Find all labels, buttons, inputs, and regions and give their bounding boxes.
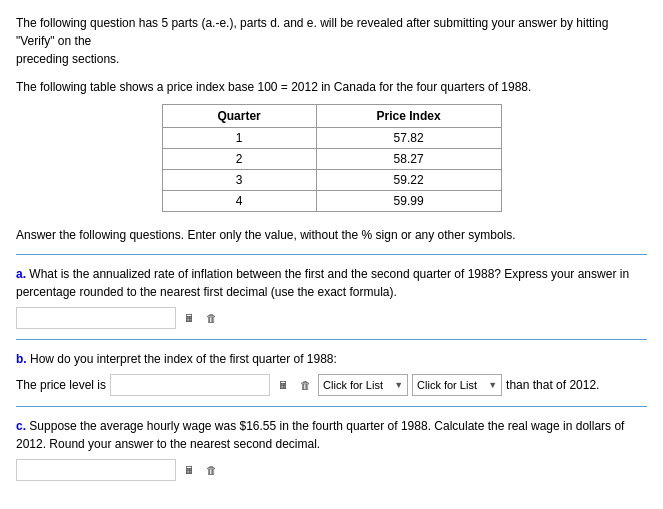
table-cell: 59.22 <box>316 170 501 191</box>
col-header-quarter: Quarter <box>162 105 316 128</box>
question-c-input[interactable] <box>16 459 176 481</box>
question-b-label: b. How do you interpret the index of the… <box>16 350 647 368</box>
table-intro-text: The following table shows a price index … <box>16 80 531 94</box>
question-b-block: b. How do you interpret the index of the… <box>16 350 647 396</box>
question-b-dropdown1[interactable]: Click for List ▼ <box>318 374 408 396</box>
question-c-label: c. Suppose the average hourly wage was $… <box>16 417 647 453</box>
question-a-input-row: 🖩 🗑 <box>16 307 647 329</box>
question-c-input-row: 🖩 🗑 <box>16 459 647 481</box>
question-c-block: c. Suppose the average hourly wage was $… <box>16 417 647 481</box>
table-cell: 59.99 <box>316 191 501 212</box>
dropdown2-arrow-icon: ▼ <box>488 380 497 390</box>
table-cell: 4 <box>162 191 316 212</box>
question-a-clear-icon[interactable]: 🗑 <box>202 309 220 327</box>
table-intro: The following table shows a price index … <box>16 78 647 96</box>
divider-b <box>16 339 647 340</box>
question-a-formula-icon[interactable]: 🖩 <box>180 309 198 327</box>
question-b-clear-icon[interactable]: 🗑 <box>296 376 314 394</box>
question-a-input[interactable] <box>16 307 176 329</box>
dropdown1-arrow-icon: ▼ <box>394 380 403 390</box>
question-b-suffix: than that of 2012. <box>506 378 599 392</box>
price-index-table: Quarter Price Index 157.82258.27359.2245… <box>162 104 502 212</box>
question-a-block: a. What is the annualized rate of inflat… <box>16 265 647 329</box>
table-cell: 1 <box>162 128 316 149</box>
intro-line1: The following question has 5 parts (a.-e… <box>16 16 608 48</box>
question-b-dropdown2[interactable]: Click for List ▼ <box>412 374 502 396</box>
intro-block: The following question has 5 parts (a.-e… <box>16 14 647 68</box>
answer-instruction: Answer the following questions. Enter on… <box>16 226 647 244</box>
question-b-formula-icon[interactable]: 🖩 <box>274 376 292 394</box>
table-cell: 3 <box>162 170 316 191</box>
divider-c <box>16 406 647 407</box>
table-cell: 2 <box>162 149 316 170</box>
question-c-clear-icon[interactable]: 🗑 <box>202 461 220 479</box>
question-b-input-row: The price level is 🖩 🗑 Click for List ▼ … <box>16 374 647 396</box>
question-b-prefix: The price level is <box>16 378 106 392</box>
question-c-formula-icon[interactable]: 🖩 <box>180 461 198 479</box>
question-b-input[interactable] <box>110 374 270 396</box>
intro-line2: preceding sections. <box>16 52 119 66</box>
question-a-label: a. What is the annualized rate of inflat… <box>16 265 647 301</box>
col-header-price-index: Price Index <box>316 105 501 128</box>
table-cell: 58.27 <box>316 149 501 170</box>
table-cell: 57.82 <box>316 128 501 149</box>
divider-top <box>16 254 647 255</box>
